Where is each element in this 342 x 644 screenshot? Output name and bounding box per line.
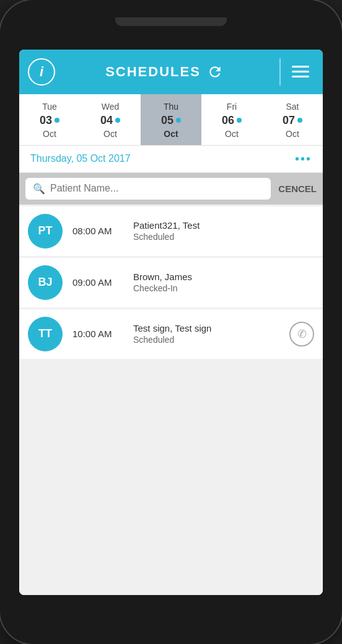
- appointment-item-2[interactable]: BJ 09:00 AM Brown, James Checked-In: [19, 258, 323, 307]
- day-number-sat: 07: [283, 114, 295, 127]
- phone-call-button-3[interactable]: ✆: [289, 322, 314, 346]
- appointment-item-3[interactable]: TT 10:00 AM Test sign, Test sign Schedul…: [19, 309, 323, 359]
- appt-info-1: Patient321, Test Scheduled: [133, 220, 314, 242]
- appt-status-3: Scheduled: [133, 335, 279, 345]
- day-month-fri: Oct: [225, 129, 239, 139]
- appt-time-1: 08:00 AM: [72, 226, 123, 236]
- info-button[interactable]: i: [28, 58, 55, 86]
- menu-line-1: [292, 66, 309, 68]
- day-month-tue: Oct: [43, 129, 56, 139]
- more-options-button[interactable]: •••: [295, 152, 312, 166]
- appt-info-2: Brown, James Checked-In: [133, 271, 314, 293]
- appointment-list: PT 08:00 AM Patient321, Test Scheduled B…: [19, 205, 323, 595]
- appt-status-2: Checked-In: [133, 283, 314, 293]
- appt-name-2: Brown, James: [133, 271, 314, 282]
- day-dot-thu: [176, 118, 181, 123]
- title-text: SCHEDULES: [105, 64, 201, 80]
- day-cell-wed[interactable]: Wed 04 Oct: [80, 94, 141, 145]
- day-number-row-sat: 07: [283, 114, 302, 127]
- day-number-row-tue: 03: [40, 114, 59, 127]
- search-icon: 🔍: [33, 183, 45, 195]
- day-cell-tue[interactable]: Tue 03 Oct: [19, 94, 80, 145]
- appt-avatar-2: BJ: [28, 265, 63, 300]
- app-header: i SCHEDULES: [19, 50, 323, 94]
- day-cell-sat[interactable]: Sat 07 Oct: [262, 94, 323, 145]
- day-dot-fri: [237, 118, 242, 123]
- day-cell-thu[interactable]: Thu 05 Oct: [141, 94, 201, 145]
- header-divider: [279, 58, 281, 86]
- refresh-icon[interactable]: [207, 64, 223, 80]
- appt-info-3: Test sign, Test sign Scheduled: [133, 323, 279, 345]
- phone-screen: i SCHEDULES Tue 03 Oct: [19, 50, 323, 595]
- info-icon: i: [40, 64, 43, 80]
- day-number-row-thu: 05: [161, 114, 181, 127]
- day-name-thu: Thu: [164, 102, 178, 112]
- header-title: SCHEDULES: [55, 64, 273, 80]
- appointment-item-1[interactable]: PT 08:00 AM Patient321, Test Scheduled: [19, 206, 323, 256]
- day-number-wed: 04: [100, 114, 113, 127]
- phone-frame: i SCHEDULES Tue 03 Oct: [0, 0, 342, 644]
- day-number-row-fri: 06: [222, 114, 242, 127]
- appt-time-3: 10:00 AM: [72, 329, 123, 339]
- day-dot-tue: [55, 118, 59, 123]
- selected-date-label: Thursday, 05 Oct 2017: [30, 153, 131, 164]
- day-month-wed: Oct: [103, 129, 117, 139]
- day-month-thu: Oct: [164, 129, 178, 139]
- day-number-row-wed: 04: [100, 114, 120, 127]
- calendar-strip: Tue 03 Oct Wed 04 Oct Thu 05 Oct Fri 06: [19, 94, 323, 146]
- appt-name-1: Patient321, Test: [133, 220, 314, 231]
- day-month-sat: Oct: [286, 129, 299, 139]
- appt-avatar-1: PT: [28, 214, 63, 249]
- day-dot-wed: [115, 118, 120, 123]
- day-number-fri: 06: [222, 114, 234, 127]
- menu-line-3: [292, 76, 309, 77]
- search-input[interactable]: [50, 183, 263, 194]
- appt-status-1: Scheduled: [133, 232, 314, 242]
- date-label-row: Thursday, 05 Oct 2017 •••: [19, 146, 323, 173]
- day-cell-fri[interactable]: Fri 06 Oct: [201, 94, 262, 145]
- search-input-wrap: 🔍: [25, 178, 271, 200]
- menu-button[interactable]: [287, 58, 314, 86]
- menu-line-2: [292, 71, 309, 73]
- search-bar: 🔍 CENCEL: [19, 173, 323, 205]
- day-name-fri: Fri: [227, 102, 237, 112]
- day-name-tue: Tue: [42, 102, 57, 112]
- appt-time-2: 09:00 AM: [72, 277, 123, 288]
- day-number-tue: 03: [40, 114, 52, 127]
- day-name-wed: Wed: [102, 102, 120, 112]
- cancel-button[interactable]: CENCEL: [278, 183, 317, 194]
- day-dot-sat: [297, 118, 302, 123]
- day-number-thu: 05: [161, 114, 173, 127]
- appt-avatar-3: TT: [28, 317, 63, 351]
- appt-name-3: Test sign, Test sign: [133, 323, 279, 333]
- day-name-sat: Sat: [286, 102, 299, 112]
- phone-notch: [115, 17, 227, 26]
